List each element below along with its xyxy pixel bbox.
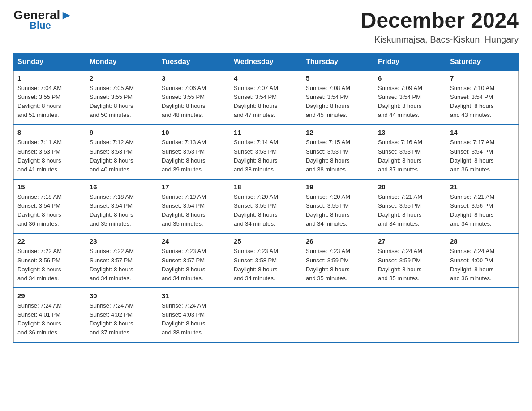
- day-info: Sunrise: 7:23 AM Sunset: 3:59 PM Dayligh…: [306, 247, 370, 283]
- calendar-header-tuesday: Tuesday: [158, 53, 230, 70]
- calendar-cell: 28 Sunrise: 7:24 AM Sunset: 4:00 PM Dayl…: [446, 233, 519, 288]
- day-info: Sunrise: 7:24 AM Sunset: 4:03 PM Dayligh…: [162, 301, 226, 338]
- day-info: Sunrise: 7:21 AM Sunset: 3:55 PM Dayligh…: [378, 193, 442, 229]
- page-header: General► Blue December 2024 Kiskunmajsa,…: [13, 9, 519, 45]
- day-number: 24: [162, 237, 226, 245]
- day-info: Sunrise: 7:24 AM Sunset: 4:02 PM Dayligh…: [90, 301, 154, 338]
- day-number: 18: [234, 183, 298, 191]
- calendar-cell: 21 Sunrise: 7:21 AM Sunset: 3:56 PM Dayl…: [446, 179, 519, 234]
- day-info: Sunrise: 7:24 AM Sunset: 3:59 PM Dayligh…: [378, 247, 442, 283]
- calendar-header-row: SundayMondayTuesdayWednesdayThursdayFrid…: [14, 53, 519, 70]
- calendar-cell: 18 Sunrise: 7:20 AM Sunset: 3:55 PM Dayl…: [230, 179, 302, 234]
- calendar-cell: [230, 288, 302, 342]
- day-number: 26: [306, 237, 370, 245]
- day-info: Sunrise: 7:04 AM Sunset: 3:55 PM Dayligh…: [17, 84, 82, 120]
- day-info: Sunrise: 7:12 AM Sunset: 3:53 PM Dayligh…: [90, 138, 154, 174]
- day-info: Sunrise: 7:06 AM Sunset: 3:55 PM Dayligh…: [162, 84, 226, 120]
- calendar-week-1: 1 Sunrise: 7:04 AM Sunset: 3:55 PM Dayli…: [14, 70, 519, 124]
- day-info: Sunrise: 7:13 AM Sunset: 3:53 PM Dayligh…: [162, 138, 226, 174]
- day-number: 27: [378, 237, 442, 245]
- calendar-header-wednesday: Wednesday: [230, 53, 302, 70]
- day-number: 3: [162, 74, 226, 82]
- day-info: Sunrise: 7:20 AM Sunset: 3:55 PM Dayligh…: [234, 193, 298, 229]
- day-number: 5: [306, 74, 370, 82]
- day-number: 12: [306, 128, 370, 136]
- calendar-cell: 11 Sunrise: 7:14 AM Sunset: 3:53 PM Dayl…: [230, 124, 302, 179]
- calendar-cell: [446, 288, 519, 342]
- calendar-cell: 10 Sunrise: 7:13 AM Sunset: 3:53 PM Dayl…: [158, 124, 230, 179]
- day-number: 16: [90, 183, 154, 191]
- day-number: 20: [378, 183, 442, 191]
- location: Kiskunmajsa, Bacs-Kiskun, Hungary: [361, 34, 519, 45]
- calendar-cell: 9 Sunrise: 7:12 AM Sunset: 3:53 PM Dayli…: [86, 124, 158, 179]
- day-number: 29: [17, 292, 82, 300]
- day-info: Sunrise: 7:09 AM Sunset: 3:54 PM Dayligh…: [378, 84, 442, 120]
- day-number: 15: [17, 183, 82, 191]
- day-info: Sunrise: 7:23 AM Sunset: 3:58 PM Dayligh…: [234, 247, 298, 283]
- day-info: Sunrise: 7:05 AM Sunset: 3:55 PM Dayligh…: [90, 84, 154, 120]
- calendar-table: SundayMondayTuesdayWednesdayThursdayFrid…: [13, 53, 519, 343]
- day-number: 9: [90, 128, 154, 136]
- calendar-header-friday: Friday: [374, 53, 446, 70]
- calendar-cell: 20 Sunrise: 7:21 AM Sunset: 3:55 PM Dayl…: [374, 179, 446, 234]
- calendar-cell: [302, 288, 374, 342]
- calendar-header-thursday: Thursday: [302, 53, 374, 70]
- day-info: Sunrise: 7:24 AM Sunset: 4:00 PM Dayligh…: [450, 247, 515, 283]
- day-info: Sunrise: 7:19 AM Sunset: 3:54 PM Dayligh…: [162, 193, 226, 229]
- day-number: 6: [378, 74, 442, 82]
- day-info: Sunrise: 7:23 AM Sunset: 3:57 PM Dayligh…: [162, 247, 226, 283]
- calendar-cell: 6 Sunrise: 7:09 AM Sunset: 3:54 PM Dayli…: [374, 70, 446, 124]
- logo-blue-text: Blue: [30, 20, 51, 31]
- day-info: Sunrise: 7:15 AM Sunset: 3:53 PM Dayligh…: [306, 138, 370, 174]
- logo-triangle-icon: ►: [60, 8, 73, 22]
- day-number: 14: [450, 128, 515, 136]
- calendar-cell: 1 Sunrise: 7:04 AM Sunset: 3:55 PM Dayli…: [14, 70, 86, 124]
- day-number: 17: [162, 183, 226, 191]
- day-number: 7: [450, 74, 515, 82]
- day-number: 21: [450, 183, 515, 191]
- calendar-cell: 29 Sunrise: 7:24 AM Sunset: 4:01 PM Dayl…: [14, 288, 86, 342]
- calendar-cell: 31 Sunrise: 7:24 AM Sunset: 4:03 PM Dayl…: [158, 288, 230, 342]
- calendar-cell: 24 Sunrise: 7:23 AM Sunset: 3:57 PM Dayl…: [158, 233, 230, 288]
- logo: General► Blue: [13, 9, 73, 31]
- day-info: Sunrise: 7:24 AM Sunset: 4:01 PM Dayligh…: [17, 301, 82, 338]
- day-number: 28: [450, 237, 515, 245]
- day-number: 23: [90, 237, 154, 245]
- calendar-header-saturday: Saturday: [446, 53, 519, 70]
- day-number: 1: [17, 74, 82, 82]
- calendar-cell: 14 Sunrise: 7:17 AM Sunset: 3:54 PM Dayl…: [446, 124, 519, 179]
- day-info: Sunrise: 7:08 AM Sunset: 3:54 PM Dayligh…: [306, 84, 370, 120]
- calendar-cell: 22 Sunrise: 7:22 AM Sunset: 3:56 PM Dayl…: [14, 233, 86, 288]
- calendar-cell: 15 Sunrise: 7:18 AM Sunset: 3:54 PM Dayl…: [14, 179, 86, 234]
- day-info: Sunrise: 7:07 AM Sunset: 3:54 PM Dayligh…: [234, 84, 298, 120]
- calendar-cell: 8 Sunrise: 7:11 AM Sunset: 3:53 PM Dayli…: [14, 124, 86, 179]
- calendar-cell: 13 Sunrise: 7:16 AM Sunset: 3:53 PM Dayl…: [374, 124, 446, 179]
- calendar-cell: 23 Sunrise: 7:22 AM Sunset: 3:57 PM Dayl…: [86, 233, 158, 288]
- calendar-cell: 12 Sunrise: 7:15 AM Sunset: 3:53 PM Dayl…: [302, 124, 374, 179]
- day-info: Sunrise: 7:21 AM Sunset: 3:56 PM Dayligh…: [450, 193, 515, 229]
- day-info: Sunrise: 7:22 AM Sunset: 3:56 PM Dayligh…: [17, 247, 82, 283]
- calendar-cell: 3 Sunrise: 7:06 AM Sunset: 3:55 PM Dayli…: [158, 70, 230, 124]
- calendar-header-monday: Monday: [86, 53, 158, 70]
- title-block: December 2024 Kiskunmajsa, Bacs-Kiskun, …: [361, 9, 519, 45]
- day-number: 13: [378, 128, 442, 136]
- day-number: 22: [17, 237, 82, 245]
- calendar-cell: 25 Sunrise: 7:23 AM Sunset: 3:58 PM Dayl…: [230, 233, 302, 288]
- calendar-cell: [374, 288, 446, 342]
- calendar-header-sunday: Sunday: [14, 53, 86, 70]
- day-info: Sunrise: 7:17 AM Sunset: 3:54 PM Dayligh…: [450, 138, 515, 174]
- calendar-cell: 2 Sunrise: 7:05 AM Sunset: 3:55 PM Dayli…: [86, 70, 158, 124]
- calendar-cell: 7 Sunrise: 7:10 AM Sunset: 3:54 PM Dayli…: [446, 70, 519, 124]
- calendar-cell: 5 Sunrise: 7:08 AM Sunset: 3:54 PM Dayli…: [302, 70, 374, 124]
- calendar-cell: 4 Sunrise: 7:07 AM Sunset: 3:54 PM Dayli…: [230, 70, 302, 124]
- day-number: 4: [234, 74, 298, 82]
- calendar-cell: 26 Sunrise: 7:23 AM Sunset: 3:59 PM Dayl…: [302, 233, 374, 288]
- day-info: Sunrise: 7:16 AM Sunset: 3:53 PM Dayligh…: [378, 138, 442, 174]
- day-number: 25: [234, 237, 298, 245]
- day-number: 11: [234, 128, 298, 136]
- calendar-week-5: 29 Sunrise: 7:24 AM Sunset: 4:01 PM Dayl…: [14, 288, 519, 342]
- day-info: Sunrise: 7:22 AM Sunset: 3:57 PM Dayligh…: [90, 247, 154, 283]
- calendar-week-3: 15 Sunrise: 7:18 AM Sunset: 3:54 PM Dayl…: [14, 179, 519, 234]
- day-info: Sunrise: 7:18 AM Sunset: 3:54 PM Dayligh…: [90, 193, 154, 229]
- day-number: 19: [306, 183, 370, 191]
